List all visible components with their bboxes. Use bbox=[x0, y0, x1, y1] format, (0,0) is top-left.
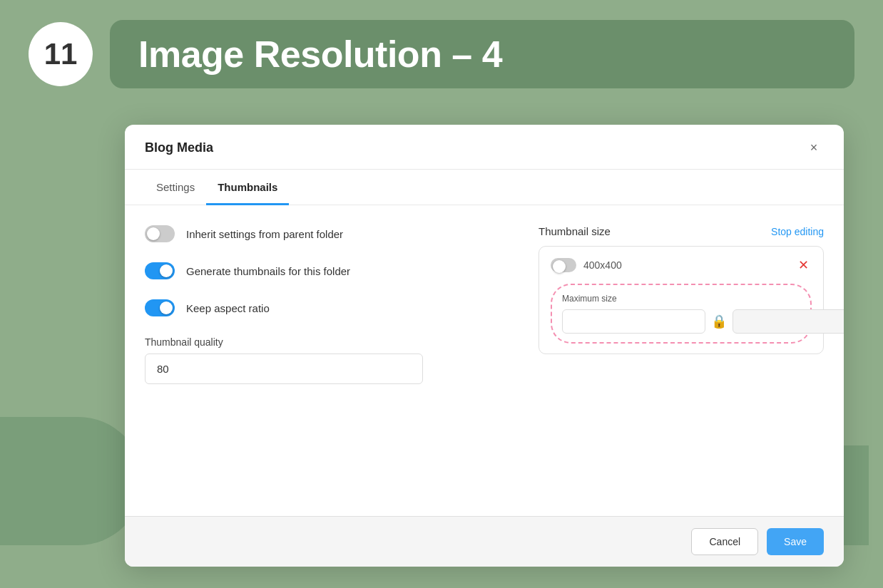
title-banner: Image Resolution – 4 bbox=[110, 20, 854, 88]
generate-toggle-label: Generate thumbnails for this folder bbox=[186, 265, 350, 277]
step-number: 11 bbox=[44, 37, 78, 71]
height-input[interactable] bbox=[733, 309, 844, 334]
quality-label: Thumbnail quality bbox=[145, 336, 510, 348]
width-input[interactable] bbox=[562, 309, 705, 334]
step-badge: 11 bbox=[29, 22, 93, 86]
add-size-area: Maximum size 🔒 Add bbox=[551, 284, 812, 344]
modal-title: Blog Media bbox=[145, 140, 213, 155]
delete-icon: ✕ bbox=[798, 257, 809, 273]
header: 11 Image Resolution – 4 bbox=[0, 0, 883, 103]
thumbnail-size-box: 400x400 ✕ Maximum size 🔒 Add bbox=[539, 246, 824, 354]
lock-icon[interactable]: 🔒 bbox=[711, 314, 727, 329]
quality-input[interactable] bbox=[145, 354, 423, 384]
tab-settings[interactable]: Settings bbox=[145, 170, 206, 205]
max-size-label: Maximum size bbox=[562, 294, 800, 304]
generate-toggle[interactable] bbox=[145, 262, 175, 279]
generate-thumbnails-row: Generate thumbnails for this folder bbox=[145, 262, 510, 279]
modal: Blog Media × Settings Thumbnails Inherit… bbox=[125, 125, 844, 567]
close-icon: × bbox=[810, 140, 818, 155]
inherit-settings-row: Inherit settings from parent folder bbox=[145, 225, 510, 242]
stop-editing-link[interactable]: Stop editing bbox=[771, 226, 824, 237]
tab-bar: Settings Thumbnails bbox=[125, 170, 844, 205]
save-button[interactable]: Save bbox=[767, 528, 824, 555]
aspect-ratio-label: Keep aspect ratio bbox=[186, 302, 270, 314]
cancel-button[interactable]: Cancel bbox=[691, 528, 758, 555]
modal-footer: Cancel Save bbox=[125, 516, 844, 567]
bg-decoration-left bbox=[0, 417, 143, 545]
size-value: 400x400 bbox=[583, 259, 622, 271]
add-size-inputs: 🔒 Add bbox=[562, 309, 800, 334]
inherit-toggle[interactable] bbox=[145, 225, 175, 242]
size-row-left: 400x400 bbox=[551, 258, 622, 272]
modal-body: Inherit settings from parent folder Gene… bbox=[125, 205, 844, 516]
thumbnail-size-label: Thumbnail size bbox=[539, 225, 611, 237]
aspect-ratio-row: Keep aspect ratio bbox=[145, 299, 510, 316]
size-toggle[interactable] bbox=[551, 258, 576, 272]
modal-header: Blog Media × bbox=[125, 125, 844, 170]
quality-section: Thumbnail quality bbox=[145, 336, 510, 384]
inherit-toggle-label: Inherit settings from parent folder bbox=[186, 228, 343, 240]
right-panel: Thumbnail size Stop editing 400x400 ✕ M bbox=[539, 225, 824, 516]
page-title: Image Resolution – 4 bbox=[138, 33, 826, 76]
delete-size-button[interactable]: ✕ bbox=[795, 257, 812, 274]
thumbnail-size-header: Thumbnail size Stop editing bbox=[539, 225, 824, 237]
tab-thumbnails[interactable]: Thumbnails bbox=[206, 170, 289, 205]
close-button[interactable]: × bbox=[804, 138, 824, 158]
left-panel: Inherit settings from parent folder Gene… bbox=[145, 225, 510, 516]
size-row: 400x400 ✕ bbox=[551, 257, 812, 274]
aspect-ratio-toggle[interactable] bbox=[145, 299, 175, 316]
